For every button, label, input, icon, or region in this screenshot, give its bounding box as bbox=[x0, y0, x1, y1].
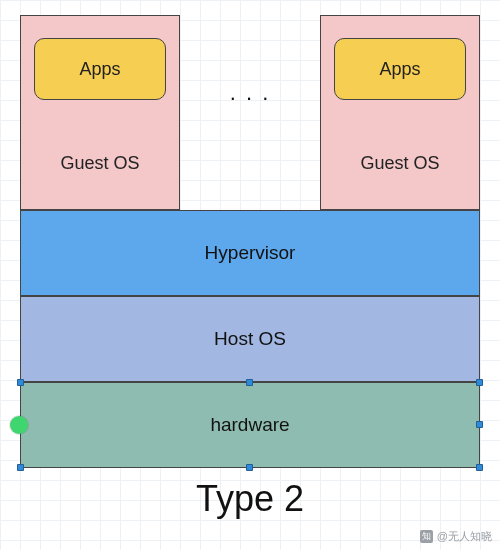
ellipsis: . . . bbox=[230, 80, 271, 106]
hypervisor-label: Hypervisor bbox=[205, 242, 296, 264]
type2-hypervisor-diagram: Apps Guest OS . . . Apps Guest OS Hyperv… bbox=[20, 15, 480, 520]
guest-os-label: Guest OS bbox=[60, 153, 139, 174]
diagram-title: Type 2 bbox=[20, 478, 480, 520]
resize-handle[interactable] bbox=[476, 379, 483, 386]
resize-handle[interactable] bbox=[17, 379, 24, 386]
guest-box-right: Apps Guest OS bbox=[320, 15, 480, 210]
apps-box: Apps bbox=[34, 38, 166, 100]
hypervisor-layer: Hypervisor bbox=[20, 210, 480, 296]
watermark: 知 @无人知晓 bbox=[420, 529, 492, 544]
guest-os-label: Guest OS bbox=[360, 153, 439, 174]
resize-handle[interactable] bbox=[17, 464, 24, 471]
resize-handle[interactable] bbox=[246, 464, 253, 471]
resize-handle[interactable] bbox=[246, 379, 253, 386]
guest-row: Apps Guest OS . . . Apps Guest OS bbox=[20, 15, 480, 210]
guest-box-left: Apps Guest OS bbox=[20, 15, 180, 210]
host-os-layer: Host OS bbox=[20, 296, 480, 382]
host-os-label: Host OS bbox=[214, 328, 286, 350]
resize-handle[interactable] bbox=[476, 421, 483, 428]
zhihu-icon: 知 bbox=[420, 530, 433, 543]
add-connection-icon[interactable] bbox=[10, 416, 28, 434]
resize-handle[interactable] bbox=[476, 464, 483, 471]
hardware-layer-selected[interactable]: hardware bbox=[20, 382, 480, 468]
watermark-text: @无人知晓 bbox=[437, 529, 492, 544]
apps-box: Apps bbox=[334, 38, 466, 100]
hardware-label: hardware bbox=[210, 414, 289, 436]
